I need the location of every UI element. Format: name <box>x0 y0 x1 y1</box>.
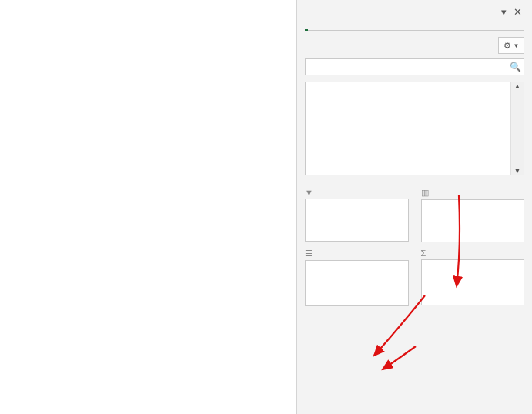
filters-dropzone[interactable] <box>305 199 409 242</box>
pane-menu-dropdown-icon[interactable]: ▾ <box>497 6 510 18</box>
columns-icon: ▥ <box>421 188 429 198</box>
values-dropzone[interactable] <box>421 259 525 305</box>
field-list: ▲ ▼ <box>305 82 524 175</box>
area-columns: ▥ <box>421 188 525 242</box>
field-list-scrollbar[interactable]: ▲ ▼ <box>510 82 524 175</box>
pivottable-fields-pane: ▾ ✕ ⚙ ▼ 🔍 ▲ ▼ ▼ <box>296 0 532 414</box>
area-rows: ☰ <box>305 249 409 306</box>
spreadsheet-grid[interactable] <box>0 0 296 414</box>
close-icon[interactable]: ✕ <box>510 6 524 18</box>
scroll-down-icon[interactable]: ▼ <box>514 167 521 175</box>
search-input[interactable] <box>306 59 507 75</box>
rows-icon: ☰ <box>305 249 313 259</box>
area-values: Σ <box>421 249 525 306</box>
gear-icon: ⚙ <box>504 41 511 51</box>
area-filters: ▼ <box>305 188 409 242</box>
search-box[interactable]: 🔍 <box>305 58 524 75</box>
scroll-up-icon[interactable]: ▲ <box>514 82 521 90</box>
pane-tabs <box>305 24 524 31</box>
search-icon: 🔍 <box>507 59 524 75</box>
tools-button[interactable]: ⚙ ▼ <box>498 37 524 54</box>
filter-icon: ▼ <box>305 188 313 197</box>
values-icon: Σ <box>421 249 427 258</box>
chevron-down-icon: ▼ <box>514 42 520 49</box>
rows-dropzone[interactable] <box>305 260 409 306</box>
tab-all[interactable] <box>319 24 322 30</box>
columns-dropzone[interactable] <box>421 199 525 242</box>
tab-active[interactable] <box>305 24 308 31</box>
